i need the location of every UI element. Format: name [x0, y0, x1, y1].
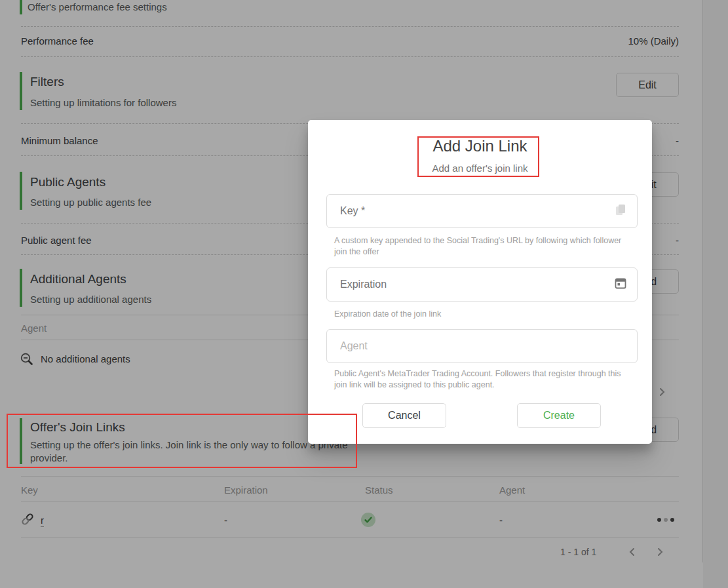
- agent-helper-text: Public Agent's MetaTrader Trading Accoun…: [334, 368, 623, 391]
- expiration-input[interactable]: [326, 267, 638, 302]
- expiration-helper-text: Expiration date of the join link: [334, 309, 623, 320]
- create-button[interactable]: Create: [517, 403, 601, 428]
- key-input[interactable]: [326, 194, 638, 228]
- key-helper-text: A custom key appended to the Social Trad…: [334, 235, 623, 258]
- expiration-field-wrapper: [326, 267, 638, 302]
- key-field-wrapper: [326, 194, 638, 228]
- annotation-box-join-links-section: [7, 414, 357, 468]
- copy-icon[interactable]: [614, 203, 627, 219]
- annotation-box-modal-title: [417, 136, 539, 177]
- calendar-icon[interactable]: [614, 277, 627, 292]
- cancel-button[interactable]: Cancel: [362, 403, 446, 428]
- agent-field-wrapper: [326, 329, 638, 363]
- agent-input[interactable]: [326, 329, 638, 363]
- app-window: Offer's performance fee settings Perform…: [0, 0, 728, 588]
